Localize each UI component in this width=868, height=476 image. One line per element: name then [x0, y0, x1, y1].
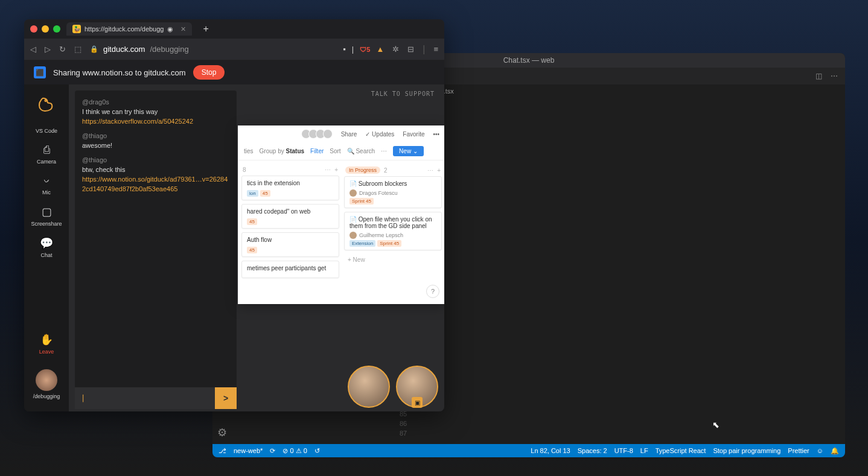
- language-mode[interactable]: TypeScript React: [656, 447, 706, 454]
- notion-more-icon[interactable]: •••: [433, 131, 439, 138]
- close-window-icon[interactable]: [30, 25, 37, 33]
- notion-card[interactable]: Auth flow45: [241, 232, 339, 257]
- notion-screenshare: Share Updates Favorite ••• ties Group by…: [238, 125, 444, 304]
- browser-tab-strip: 🦆 https://gitduck.com/debugg ◉ ✕ +: [24, 19, 444, 39]
- gitduck-sidebar: VS Code⎙Camera⏑Mic▢Screenshare💬Chat ✋ Le…: [24, 84, 69, 411]
- status-bar: ⎇ new-web* ⟳ ⊘ 0 ⚠ 0 ↺ Ln 82, Col 13 Spa…: [212, 444, 845, 457]
- new-tab-button[interactable]: +: [198, 24, 213, 34]
- notion-view-label: ties: [244, 148, 254, 154]
- history-icon[interactable]: ↺: [314, 447, 320, 455]
- gitduck-main: TALK TO SUPPORT @drag0sI think we can tr…: [69, 84, 444, 411]
- chat-messages: @drag0sI think we can try this wayhttps:…: [75, 90, 237, 387]
- col-add-icon[interactable]: +: [437, 167, 441, 174]
- lock-icon: 🔒: [90, 45, 98, 53]
- divider: |: [423, 44, 425, 55]
- stop-pair-button[interactable]: Stop pair programming: [713, 447, 780, 454]
- encoding-indicator[interactable]: UTF-8: [614, 447, 633, 454]
- extension-misc-icon[interactable]: ⊟: [407, 45, 414, 54]
- room-indicator[interactable]: /debugging: [24, 364, 69, 404]
- chat-panel: @drag0sI think we can try this wayhttps:…: [75, 90, 237, 409]
- maximize-window-icon[interactable]: [53, 25, 60, 33]
- col-add-icon[interactable]: +: [334, 167, 338, 173]
- col-more-icon[interactable]: ⋯: [325, 167, 331, 173]
- notion-presence-avatars[interactable]: [304, 129, 333, 139]
- notion-favorite[interactable]: Favorite: [403, 131, 424, 138]
- notion-filter[interactable]: Filter: [310, 148, 324, 154]
- eol-indicator[interactable]: LF: [640, 447, 648, 454]
- mouse-pointer-icon: ⬉: [712, 420, 720, 430]
- browser-tab[interactable]: 🦆 https://gitduck.com/debugg ◉ ✕: [66, 22, 192, 36]
- screenshare-badge-icon: ▣: [412, 397, 423, 408]
- reload-icon[interactable]: ↻: [59, 45, 66, 54]
- brave-shield-icon[interactable]: 🛡5: [360, 46, 370, 53]
- gitduck-logo-icon[interactable]: [34, 92, 59, 116]
- screenshare-icon: ▢: [42, 205, 52, 218]
- line-numbers: 858687: [400, 409, 407, 438]
- sidebar-item-camera[interactable]: ⎙Camera: [28, 139, 64, 170]
- notion-card[interactable]: hared codepad" on web45: [241, 204, 339, 229]
- notion-card[interactable]: tics in the extensionion 45: [241, 176, 339, 200]
- extension-gear-icon[interactable]: ✲: [392, 45, 399, 54]
- branch-name[interactable]: new-web*: [234, 447, 263, 454]
- share-icon: ⬛: [34, 66, 46, 78]
- user-avatar: [36, 369, 57, 391]
- notion-new-card[interactable]: + New: [344, 254, 442, 265]
- participant-video-1[interactable]: [348, 366, 390, 408]
- sync-status-icon[interactable]: ⟳: [270, 447, 275, 455]
- favicon-duck-icon: 🦆: [72, 25, 81, 33]
- feedback-icon[interactable]: ☺: [817, 447, 823, 454]
- notion-column-inprogress: In Progress2⋯+ 📄 Subroom blockersDragos …: [344, 164, 442, 282]
- camera-icon: ⎙: [43, 144, 50, 156]
- spaces-indicator[interactable]: Spaces: 2: [578, 447, 607, 454]
- address-bar[interactable]: 🔒 gitduck.com/debugging: [90, 45, 334, 54]
- participant-video-2[interactable]: ▣: [396, 366, 438, 408]
- notion-updates[interactable]: Updates: [365, 131, 394, 138]
- notion-card[interactable]: 📄 Subroom blockersDragos FotescuSprint 4…: [344, 176, 442, 208]
- forward-icon[interactable]: ▷: [45, 45, 51, 54]
- back-icon[interactable]: ◁: [30, 45, 36, 54]
- chat-icon: 💬: [40, 236, 53, 250]
- divider: |: [352, 45, 354, 54]
- stop-share-button[interactable]: Stop: [193, 65, 225, 80]
- window-controls[interactable]: [30, 25, 60, 33]
- screenshare-banner: ⬛ Sharing www.notion.so to gitduck.com S…: [24, 60, 444, 84]
- participant-videos: ▣: [348, 366, 438, 408]
- leave-button[interactable]: ✋ Leave: [24, 328, 69, 360]
- more-actions-icon[interactable]: ⋯: [831, 72, 838, 80]
- minimize-window-icon[interactable]: [42, 25, 49, 33]
- cursor-position[interactable]: Ln 82, Col 13: [531, 447, 570, 454]
- camera-ext-icon[interactable]: ▪: [343, 45, 346, 54]
- notion-more-icon[interactable]: ⋯: [381, 148, 387, 154]
- menu-icon[interactable]: ≡: [433, 45, 438, 54]
- chat-send-button[interactable]: >: [215, 387, 237, 409]
- notion-share[interactable]: Share: [341, 131, 357, 138]
- notion-card[interactable]: metimes peer participants get: [241, 261, 339, 278]
- notion-new-button[interactable]: New ⌄: [393, 146, 424, 156]
- sidebar-item-screenshare[interactable]: ▢Screenshare: [28, 200, 64, 232]
- notion-column-left: 8⋯+ tics in the extensionion 45 hared co…: [241, 164, 339, 282]
- prettier-status[interactable]: Prettier: [788, 447, 809, 454]
- page-content: VS Code⎙Camera⏑Mic▢Screenshare💬Chat ✋ Le…: [24, 84, 444, 411]
- notion-help-icon[interactable]: ?: [426, 285, 439, 298]
- bookmark-icon[interactable]: ⬚: [74, 45, 81, 54]
- error-count[interactable]: ⊘ 0 ⚠ 0: [282, 447, 307, 455]
- sidebar-item-vs-code[interactable]: VS Code: [28, 121, 64, 139]
- hand-icon: ✋: [40, 333, 53, 346]
- settings-gear-icon[interactable]: ⚙: [217, 426, 227, 439]
- split-editor-icon[interactable]: ◫: [815, 72, 822, 80]
- tab-audio-icon[interactable]: ◉: [167, 25, 173, 33]
- sidebar-item-mic[interactable]: ⏑Mic: [28, 170, 64, 200]
- talk-to-support-link[interactable]: TALK TO SUPPORT: [371, 90, 435, 97]
- notification-icon[interactable]: 🔔: [831, 447, 839, 455]
- notion-sort[interactable]: Sort: [330, 148, 340, 154]
- sidebar-item-chat[interactable]: 💬Chat: [28, 232, 64, 263]
- close-tab-icon[interactable]: ✕: [180, 25, 186, 33]
- notion-card[interactable]: 📄 Open file when you click on them from …: [344, 212, 442, 250]
- browser-toolbar: ◁ ▷ ↻ ⬚ 🔒 gitduck.com/debugging ▪ | 🛡5 ▲…: [24, 39, 444, 60]
- notion-search[interactable]: 🔍 Search: [347, 148, 375, 154]
- col-more-icon[interactable]: ⋯: [427, 167, 433, 174]
- mic-icon: ⏑: [44, 174, 49, 187]
- warning-ext-icon[interactable]: ▲: [376, 45, 384, 54]
- sync-icon[interactable]: ⎇: [219, 447, 226, 455]
- chat-input[interactable]: [75, 387, 215, 409]
